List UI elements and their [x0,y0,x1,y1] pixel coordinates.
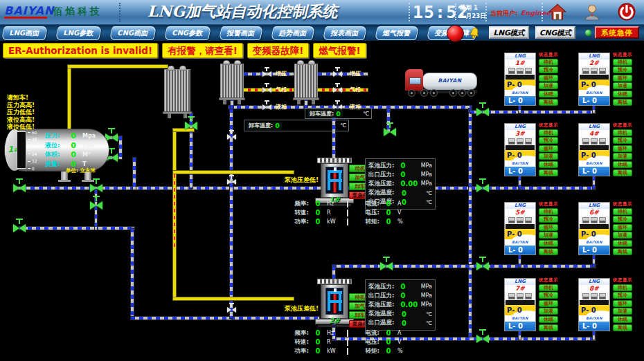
nav-button-8[interactable]: 燃气报警 [375,26,419,40]
motor-reading-value: 0 [379,200,397,207]
valve-icon[interactable] [13,184,26,192]
dispenser-status-button-离线[interactable]: 离线 [539,248,558,255]
dispenser-info-bar [580,145,609,150]
small-valve-icon[interactable] [227,307,236,313]
small-valve-icon[interactable] [262,104,271,111]
dispenser-status-button-循环[interactable]: 循环 [613,224,632,231]
power-icon[interactable] [618,3,636,21]
pump-reading-label: 出口压力: [368,171,401,179]
alarm-bell-icon[interactable] [467,26,482,41]
dispenser-status-button-预冷[interactable]: 预冷 [539,292,558,299]
dispenser-status-button-循环[interactable]: 循环 [539,224,558,231]
nav-button-1[interactable]: LNG画面 [1,26,48,40]
dispenser-status-button-循环[interactable]: 循环 [613,300,632,307]
nav-button-5[interactable]: 报警画面 [219,26,263,40]
small-valve-icon[interactable] [262,71,271,77]
dispenser-status-button-离线[interactable]: 离线 [613,324,632,331]
valve-icon[interactable] [90,184,102,192]
dispenser-status-button-预冷[interactable]: 预冷 [613,216,632,223]
dispenser-panel-4#[interactable]: LNG4#P- 0BAIYANL- 0 [578,123,610,176]
dispenser-status-button-循环[interactable]: 循环 [613,145,632,152]
home-icon[interactable] [548,3,566,21]
alert-banner-4[interactable]: 燃气报警! [313,43,366,58]
valve-icon[interactable] [476,184,489,192]
dispenser-status-button-加液[interactable]: 加液 [613,82,632,89]
display-icon [517,293,524,299]
dispenser-status-button-加液[interactable]: 加液 [613,232,632,239]
dispenser-status-button-离线[interactable]: 离线 [539,324,558,331]
dispenser-panel-8#[interactable]: LNG8#P- 0BAIYANL- 0 [578,278,610,331]
dispenser-status-button-休眠[interactable]: 休眠 [613,316,632,323]
dispenser-status-button-休眠[interactable]: 休眠 [613,91,632,98]
dispenser-status-button-离线[interactable]: 离线 [613,169,632,176]
system-emergency-stop-button[interactable]: 系统急停 [595,26,639,39]
valve-icon[interactable] [90,201,102,210]
dispenser-panel-6#[interactable]: LNG6#P- 0BAIYANL- 0 [578,202,610,255]
small-valve-icon[interactable] [262,87,271,93]
valve-icon[interactable] [13,224,26,232]
dispenser-status-button-休眠[interactable]: 休眠 [613,161,632,168]
alert-banner-2[interactable]: 有报警，请查看! [162,43,243,58]
dispenser-status-button-加液[interactable]: 加液 [539,82,558,89]
small-valve-icon[interactable] [227,134,236,140]
dispenser-status-button-预冷[interactable]: 预冷 [539,66,558,73]
nav-button-2[interactable]: LNG参数 [55,26,102,40]
valve-icon[interactable] [380,262,393,270]
dispenser-status-button-循环[interactable]: 循环 [539,300,558,307]
dispenser-status-button-加液[interactable]: 加液 [539,232,558,239]
nav-button-4[interactable]: CNG参数 [164,26,211,40]
dispenser-status-button-待机[interactable]: 待机 [539,208,558,215]
dispenser-status-button-待机[interactable]: 待机 [613,208,632,215]
dispenser-status-button-加液[interactable]: 加液 [539,153,558,160]
dispenser-panel-7#[interactable]: LNG7#P- 0BAIYANL- 0 [504,278,536,331]
nav-button-3[interactable]: CNG画面 [109,26,156,40]
dispenser-status-button-休眠[interactable]: 休眠 [539,316,558,323]
alert-banner-1[interactable]: ER-Authorization is invalid! [3,43,158,58]
cng-mode-button[interactable]: CNG模式 [535,26,575,39]
dispenser-status-button-预冷[interactable]: 预冷 [539,216,558,223]
dispenser-status-button-休眠[interactable]: 休眠 [539,240,558,247]
valve-icon[interactable] [476,108,489,116]
dispenser-status-button-循环[interactable]: 循环 [539,145,558,152]
dispenser-status-button-休眠[interactable]: 休眠 [539,161,558,168]
user-icon[interactable] [583,3,601,21]
dispenser-status-button-预冷[interactable]: 预冷 [613,66,632,73]
lng-mode-button[interactable]: LNG模式 [489,26,529,39]
dispenser-status-button-加液[interactable]: 加液 [613,153,632,160]
dispenser-panel-2#[interactable]: LNG2#P- 0BAIYANL- 0 [578,53,610,106]
small-valve-icon[interactable] [333,87,342,93]
dispenser-status-button-加液[interactable]: 加液 [613,308,632,315]
dispenser-status-button-循环[interactable]: 循环 [539,75,558,82]
valve-icon[interactable] [476,335,489,343]
dispenser-panel-5#[interactable]: LNG5#P- 0BAIYANL- 0 [504,202,536,255]
dispenser-panel-1#[interactable]: LNG1#P- 0BAIYANL- 0 [504,53,536,106]
dispenser-status-button-循环[interactable]: 循环 [613,75,632,82]
dispenser-status-button-休眠[interactable]: 休眠 [613,240,632,247]
dispenser-status-button-待机[interactable]: 待机 [539,129,558,136]
dispenser-panel-3#[interactable]: LNG3#P- 0BAIYANL- 0 [504,123,536,176]
dispenser-status-button-离线[interactable]: 离线 [613,248,632,255]
dispenser-status-button-预冷[interactable]: 预冷 [539,137,558,144]
dispenser-status-button-待机[interactable]: 待机 [539,284,558,291]
valve-icon[interactable] [185,122,197,130]
dispenser-status-button-离线[interactable]: 离线 [539,169,558,176]
alert-banner-3[interactable]: 变频器故障! [247,43,310,58]
tank-reading-value: 0 [64,150,82,159]
dispenser-status-button-休眠[interactable]: 休眠 [539,91,558,98]
dispenser-status-button-待机[interactable]: 待机 [613,284,632,291]
dispenser-status-button-预冷[interactable]: 预冷 [613,292,632,299]
nav-button-6[interactable]: 趋势画面 [271,26,315,40]
valve-icon[interactable] [384,128,396,136]
valve-icon[interactable] [476,262,489,270]
dispenser-status-button-待机[interactable]: 待机 [613,129,632,136]
dispenser-status-button-离线[interactable]: 离线 [539,99,558,106]
tank-reading-unit: Mpa [82,133,96,139]
dispenser-status-button-预冷[interactable]: 预冷 [613,137,632,144]
small-valve-icon[interactable] [333,71,342,77]
dispenser-status-button-加液[interactable]: 加液 [539,308,558,315]
dispenser-status-button-待机[interactable]: 待机 [613,59,632,66]
small-valve-icon[interactable] [227,179,236,185]
nav-button-7[interactable]: 报表画面 [323,26,367,40]
dispenser-status-button-待机[interactable]: 待机 [539,59,558,66]
dispenser-status-button-离线[interactable]: 离线 [613,99,632,106]
